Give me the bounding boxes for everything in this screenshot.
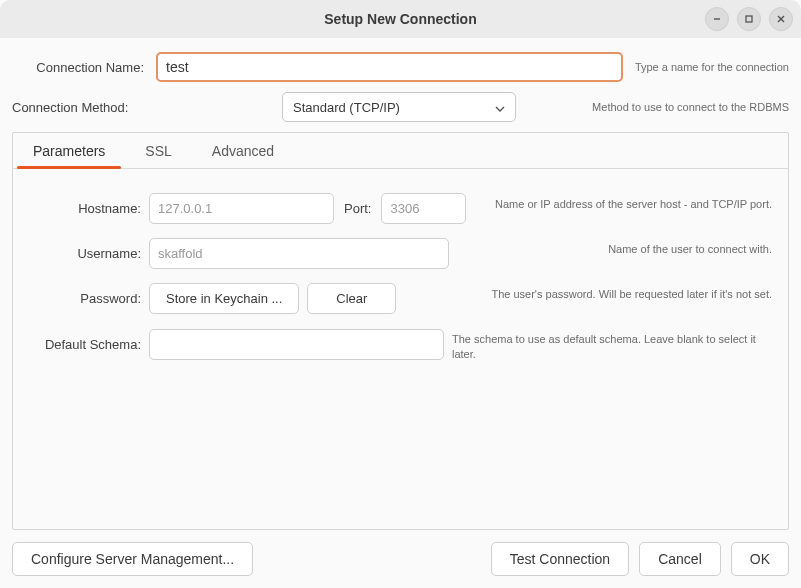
content-area: Connection Name: Type a name for the con… (0, 38, 801, 530)
connection-name-hint: Type a name for the connection (629, 61, 789, 73)
connection-method-label: Connection Method: (12, 100, 150, 115)
chevron-down-icon (495, 100, 505, 115)
password-row: Password: Store in Keychain ... Clear Th… (29, 283, 772, 314)
tab-body-parameters: Hostname: Port: Name or IP address of th… (13, 169, 788, 529)
hostname-label: Hostname: (29, 201, 141, 216)
username-hint: Name of the user to connect with. (608, 238, 772, 257)
clear-password-button[interactable]: Clear (307, 283, 396, 314)
port-input[interactable] (381, 193, 466, 224)
hostname-row: Hostname: Port: Name or IP address of th… (29, 193, 772, 224)
connection-method-select[interactable]: Standard (TCP/IP) (282, 92, 516, 122)
connection-method-row: Connection Method: Standard (TCP/IP) Met… (12, 92, 789, 122)
tab-advanced[interactable]: Advanced (192, 133, 294, 168)
tab-parameters[interactable]: Parameters (13, 133, 125, 168)
hostname-input[interactable] (149, 193, 334, 224)
titlebar: Setup New Connection (0, 0, 801, 38)
maximize-icon (744, 14, 754, 24)
window-controls (705, 7, 793, 31)
svg-rect-1 (746, 16, 752, 22)
connection-name-input[interactable] (156, 52, 623, 82)
tabs-head: Parameters SSL Advanced (13, 133, 788, 169)
username-row: Username: Name of the user to connect wi… (29, 238, 772, 269)
close-button[interactable] (769, 7, 793, 31)
default-schema-input[interactable] (149, 329, 444, 360)
close-icon (776, 14, 786, 24)
test-connection-button[interactable]: Test Connection (491, 542, 629, 576)
username-input[interactable] (149, 238, 449, 269)
default-schema-label: Default Schema: (29, 337, 141, 352)
password-hint: The user's password. Will be requested l… (491, 283, 772, 302)
username-label: Username: (29, 246, 141, 261)
minimize-icon (712, 14, 722, 24)
store-keychain-button[interactable]: Store in Keychain ... (149, 283, 299, 314)
connection-name-label: Connection Name: (12, 60, 150, 75)
ok-button[interactable]: OK (731, 542, 789, 576)
footer: Configure Server Management... Test Conn… (0, 530, 801, 588)
configure-server-button[interactable]: Configure Server Management... (12, 542, 253, 576)
hostname-hint: Name or IP address of the server host - … (495, 193, 772, 212)
maximize-button[interactable] (737, 7, 761, 31)
tabs-container: Parameters SSL Advanced Hostname: Port: … (12, 132, 789, 530)
default-schema-hint: The schema to use as default schema. Lea… (452, 328, 772, 362)
connection-name-row: Connection Name: Type a name for the con… (12, 52, 789, 82)
password-label: Password: (29, 291, 141, 306)
connection-method-hint: Method to use to connect to the RDBMS (586, 101, 789, 113)
tab-ssl[interactable]: SSL (125, 133, 191, 168)
connection-method-value: Standard (TCP/IP) (293, 100, 400, 115)
port-label: Port: (342, 201, 373, 216)
minimize-button[interactable] (705, 7, 729, 31)
cancel-button[interactable]: Cancel (639, 542, 721, 576)
default-schema-row: Default Schema: The schema to use as def… (29, 328, 772, 362)
window-title: Setup New Connection (324, 11, 476, 27)
